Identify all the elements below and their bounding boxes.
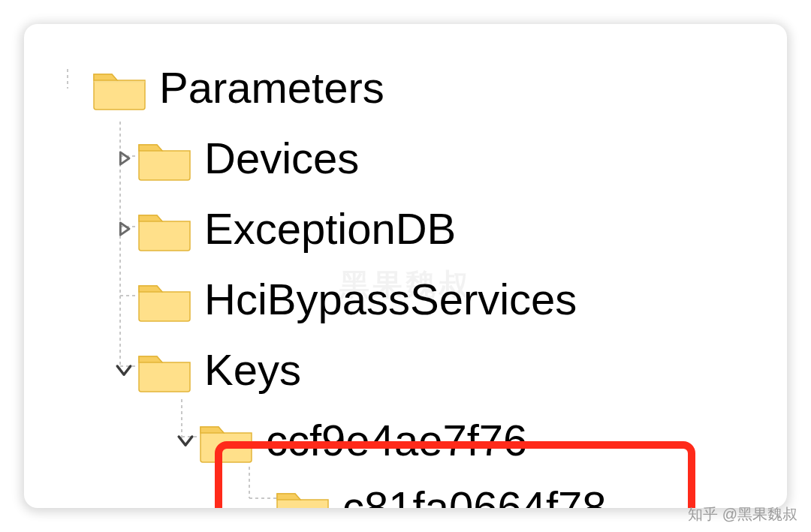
expand-indicator-empty — [66, 75, 92, 101]
chevron-down-icon[interactable] — [111, 357, 137, 383]
tree-item-devices[interactable]: Devices — [24, 123, 787, 194]
tree-item-leaf-selected[interactable]: c81fa0664f78 — [24, 476, 787, 508]
chevron-down-icon[interactable] — [173, 428, 198, 453]
tree-item-label: HciBypassServices — [204, 278, 577, 321]
folder-icon — [198, 418, 254, 463]
watermark-corner: 知乎 @黑果魏叔 — [688, 504, 797, 524]
folder-icon — [137, 206, 192, 251]
tree-item-parameters[interactable]: Parameters — [24, 53, 787, 123]
folder-icon — [137, 136, 192, 181]
expand-indicator-empty — [249, 494, 275, 508]
tree-item-label: Devices — [204, 137, 359, 180]
tree-item-keys[interactable]: Keys — [24, 335, 787, 405]
folder-icon — [92, 65, 147, 110]
registry-tree[interactable]: Parameters Devices — [24, 53, 787, 508]
tree-item-label: ExceptionDB — [204, 207, 456, 251]
tree-item-exceptiondb[interactable]: ExceptionDB — [24, 194, 787, 264]
chevron-right-icon[interactable] — [111, 146, 137, 171]
tree-item-label: Keys — [204, 348, 301, 392]
tree-item-label: Parameters — [159, 66, 384, 110]
tree-item-label: c81fa0664f78 — [342, 485, 607, 508]
folder-icon — [137, 347, 192, 392]
tree-item-hcibypassservices[interactable]: HciBypassServices — [24, 264, 787, 335]
folder-icon — [137, 277, 192, 322]
chevron-right-icon[interactable] — [111, 216, 137, 242]
tree-panel: Parameters Devices — [24, 24, 787, 508]
folder-icon — [275, 485, 330, 508]
expand-indicator-empty — [111, 287, 137, 312]
tree-item-keychild[interactable]: ccf9e4ae7f76 — [24, 405, 787, 476]
tree-item-label: ccf9e4ae7f76 — [266, 419, 527, 462]
